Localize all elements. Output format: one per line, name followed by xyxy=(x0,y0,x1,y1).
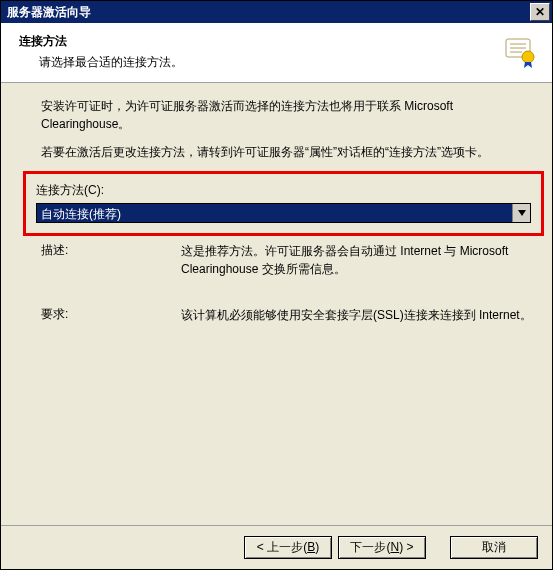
instruction-1: 安装许可证时，为许可证服务器激活而选择的连接方法也将用于联系 Microsoft… xyxy=(41,97,532,133)
titlebar: 服务器激活向导 ✕ xyxy=(1,1,552,23)
chevron-down-icon xyxy=(518,210,526,216)
requirement-label: 要求: xyxy=(41,306,181,324)
combo-label: 连接方法(C): xyxy=(36,182,531,199)
description-label: 描述: xyxy=(41,242,181,278)
back-button[interactable]: < 上一步(B) xyxy=(244,536,332,559)
header-text: 连接方法 请选择最合适的连接方法。 xyxy=(19,33,183,71)
requirement-row: 要求: 该计算机必须能够使用安全套接字层(SSL)连接来连接到 Internet… xyxy=(41,306,532,324)
combo-selected-text: 自动连接(推荐) xyxy=(37,204,512,222)
instruction-2: 若要在激活后更改连接方法，请转到许可证服务器“属性”对话框的“连接方法”选项卡。 xyxy=(41,143,532,161)
header-subtitle: 请选择最合适的连接方法。 xyxy=(19,54,183,71)
cancel-button[interactable]: 取消 xyxy=(450,536,538,559)
requirement-value: 该计算机必须能够使用安全套接字层(SSL)连接来连接到 Internet。 xyxy=(181,306,532,324)
window-title: 服务器激活向导 xyxy=(7,4,91,21)
footer: < 上一步(B) 下一步(N) > 取消 xyxy=(1,525,552,569)
body-area: 安装许可证时，为许可证服务器激活而选择的连接方法也将用于联系 Microsoft… xyxy=(1,83,552,525)
header-panel: 连接方法 请选择最合适的连接方法。 xyxy=(1,23,552,83)
connection-method-combo[interactable]: 自动连接(推荐) xyxy=(36,203,531,223)
highlight-box: 连接方法(C): 自动连接(推荐) xyxy=(23,171,544,236)
svg-point-4 xyxy=(522,51,534,63)
header-title: 连接方法 xyxy=(19,33,183,50)
next-button[interactable]: 下一步(N) > xyxy=(338,536,426,559)
close-icon: ✕ xyxy=(535,5,545,19)
certificate-icon xyxy=(502,33,538,72)
wizard-window: 服务器激活向导 ✕ 连接方法 请选择最合适的连接方法。 安装许可证时，为许可证服… xyxy=(0,0,553,570)
description-row: 描述: 这是推荐方法。许可证服务器会自动通过 Internet 与 Micros… xyxy=(41,242,532,278)
combo-dropdown-button[interactable] xyxy=(512,204,530,222)
close-button[interactable]: ✕ xyxy=(530,3,550,21)
description-value: 这是推荐方法。许可证服务器会自动通过 Internet 与 Microsoft … xyxy=(181,242,532,278)
